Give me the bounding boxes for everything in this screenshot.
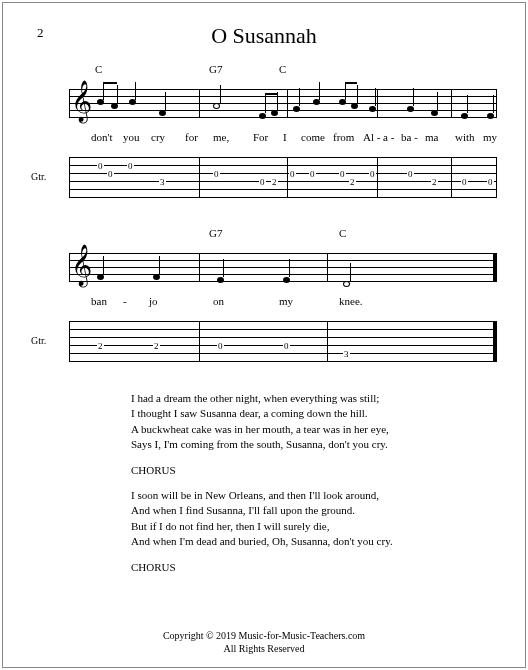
- verse-line: Says I, I'm coming from the south, Susan…: [131, 437, 497, 452]
- lyric-syllable: ba -: [401, 131, 418, 143]
- copyright-line: All Rights Reserved: [3, 642, 525, 655]
- lyrics-row: ban-joonmyknee.: [31, 295, 497, 309]
- lyric-syllable: Al -: [363, 131, 380, 143]
- lyric-syllable: ma: [425, 131, 438, 143]
- treble-staff: 𝄞: [31, 79, 497, 127]
- tab-fret-number: 0: [309, 170, 316, 179]
- lyrics-row: don'tyoucryforme,ForIcomefromAl -a -ba -…: [31, 131, 497, 145]
- lyric-syllable: ban: [91, 295, 107, 307]
- chord-row: G7C: [31, 227, 497, 241]
- chord-row: CG7C: [31, 63, 497, 77]
- lyric-syllable: For: [253, 131, 268, 143]
- lyric-syllable: I: [283, 131, 287, 143]
- page-number: 2: [37, 25, 44, 41]
- tab-fret-number: 3: [159, 178, 166, 187]
- music-system-1: CG7C 𝄞: [31, 63, 497, 207]
- chord-symbol: C: [279, 63, 286, 75]
- tab-fret-number: 0: [461, 178, 468, 187]
- verse-line: I had a dream the other night, when ever…: [131, 391, 497, 406]
- tab-fret-number: 0: [289, 170, 296, 179]
- chord-symbol: G7: [209, 63, 222, 75]
- lyric-syllable: my: [483, 131, 497, 143]
- chorus-marker: CHORUS: [131, 463, 497, 478]
- chord-symbol: C: [95, 63, 102, 75]
- guitar-tab: Gtr. 22003: [31, 317, 497, 371]
- verse-line: And when I find Susanna, I'll fall upon …: [131, 503, 497, 518]
- tab-fret-number: 2: [271, 178, 278, 187]
- verse-2: I had a dream the other night, when ever…: [131, 391, 497, 453]
- tab-fret-number: 0: [259, 178, 266, 187]
- tab-fret-number: 0: [369, 170, 376, 179]
- music-system-2: G7C 𝄞 ban-joonmyknee. Gtr.: [31, 227, 497, 371]
- tab-fret-number: 0: [283, 342, 290, 351]
- lyric-syllable: with: [455, 131, 475, 143]
- treble-staff: 𝄞: [31, 243, 497, 291]
- lyric-syllable: from: [333, 131, 354, 143]
- tab-fret-number: 0: [107, 170, 114, 179]
- verse-line: I soon will be in New Orleans, and then …: [131, 488, 497, 503]
- tab-fret-number: 0: [339, 170, 346, 179]
- song-title: O Susannah: [31, 23, 497, 49]
- lyric-syllable: cry: [151, 131, 165, 143]
- tab-fret-number: 2: [97, 342, 104, 351]
- lyric-syllable: on: [213, 295, 224, 307]
- verse-line: But if I do not find her, then I will su…: [131, 519, 497, 534]
- lyric-syllable: don't: [91, 131, 113, 143]
- sheet-music-page: 2 O Susannah CG7C 𝄞: [2, 2, 526, 668]
- tab-instrument-label: Gtr.: [31, 171, 46, 182]
- copyright-notice: Copyright © 2019 Music-for-Music-Teacher…: [3, 629, 525, 655]
- lyric-syllable: for: [185, 131, 198, 143]
- tab-fret-number: 0: [217, 342, 224, 351]
- lyric-syllable: knee.: [339, 295, 363, 307]
- lyric-syllable: me,: [213, 131, 229, 143]
- additional-verses: I had a dream the other night, when ever…: [131, 391, 497, 575]
- verse-3: I soon will be in New Orleans, and then …: [131, 488, 497, 550]
- lyric-syllable: you: [123, 131, 140, 143]
- lyric-syllable: jo: [149, 295, 158, 307]
- tab-fret-number: 0: [127, 162, 134, 171]
- guitar-tab: Gtr. 0003002000200200: [31, 153, 497, 207]
- tab-fret-number: 3: [343, 350, 350, 359]
- tab-fret-number: 0: [487, 178, 494, 187]
- copyright-line: Copyright © 2019 Music-for-Music-Teacher…: [3, 629, 525, 642]
- lyric-syllable: my: [279, 295, 293, 307]
- tab-fret-number: 0: [407, 170, 414, 179]
- tab-fret-number: 0: [213, 170, 220, 179]
- verse-line: I thought I saw Susanna dear, a coming d…: [131, 406, 497, 421]
- lyric-syllable: -: [123, 295, 127, 307]
- chord-symbol: G7: [209, 227, 222, 239]
- tab-fret-number: 2: [349, 178, 356, 187]
- chorus-marker: CHORUS: [131, 560, 497, 575]
- chord-symbol: C: [339, 227, 346, 239]
- tab-fret-number: 2: [431, 178, 438, 187]
- verse-line: And when I'm dead and buried, Oh, Susann…: [131, 534, 497, 549]
- tab-instrument-label: Gtr.: [31, 335, 46, 346]
- tab-fret-number: 2: [153, 342, 160, 351]
- tab-fret-number: 0: [97, 162, 104, 171]
- verse-line: A buckwheat cake was in her mouth, a tea…: [131, 422, 497, 437]
- lyric-syllable: come: [301, 131, 325, 143]
- lyric-syllable: a -: [383, 131, 394, 143]
